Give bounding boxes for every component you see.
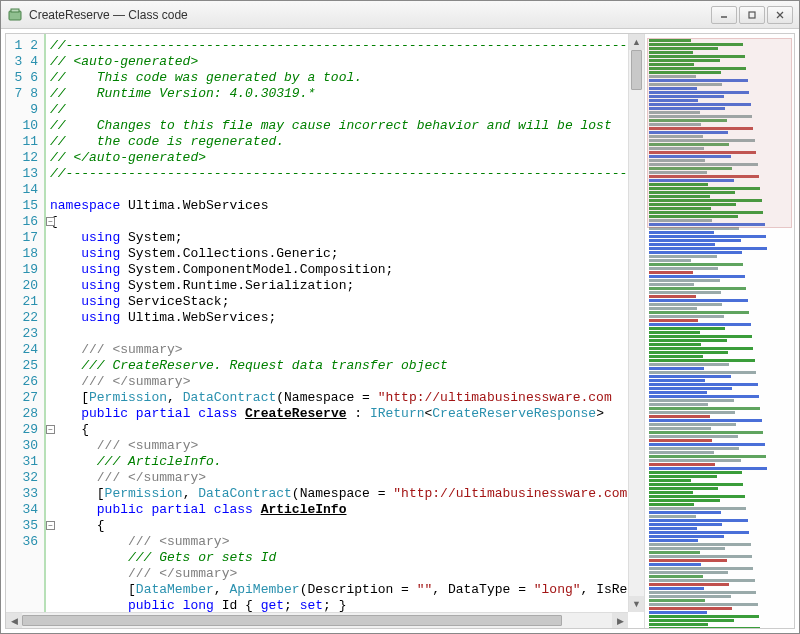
minimap-line bbox=[649, 283, 694, 286]
minimap-line bbox=[649, 543, 751, 546]
minimap-line bbox=[649, 271, 693, 274]
minimap-line bbox=[649, 307, 697, 310]
minimap-line bbox=[649, 251, 742, 254]
minimize-button[interactable] bbox=[711, 6, 737, 24]
minimap-line bbox=[649, 599, 705, 602]
minimap-line bbox=[649, 363, 729, 366]
app-icon bbox=[7, 7, 23, 23]
minimap-line bbox=[649, 327, 725, 330]
minimap-line bbox=[649, 451, 714, 454]
minimap-line bbox=[649, 499, 720, 502]
minimap-line bbox=[649, 463, 715, 466]
minimap-line bbox=[649, 279, 720, 282]
minimap-line bbox=[649, 603, 758, 606]
minimap-line bbox=[649, 483, 743, 486]
minimap-line bbox=[649, 567, 753, 570]
horizontal-scrollbar[interactable]: ◀ ▶ bbox=[6, 612, 628, 628]
minimap-line bbox=[649, 415, 710, 418]
minimap-line bbox=[649, 579, 755, 582]
minimap-line bbox=[649, 367, 704, 370]
minimap-line bbox=[649, 431, 763, 434]
minimap-viewport[interactable] bbox=[647, 38, 792, 228]
minimap-line bbox=[649, 487, 718, 490]
minimap-line bbox=[649, 295, 696, 298]
minimap-line bbox=[649, 291, 721, 294]
minimap-line bbox=[649, 459, 741, 462]
minimap-line bbox=[649, 419, 762, 422]
code-editor[interactable]: //--------------------------------------… bbox=[46, 34, 644, 628]
minimap-line bbox=[649, 267, 718, 270]
minimap-line bbox=[649, 319, 698, 322]
minimap-line bbox=[649, 323, 751, 326]
svg-rect-1 bbox=[11, 9, 19, 12]
minimap-line bbox=[649, 575, 703, 578]
minimap-line bbox=[649, 443, 765, 446]
editor-area: 1 2 3 4 5 6 7 8 9 10 11 12 13 14 15 16 1… bbox=[5, 33, 795, 629]
minimap-line bbox=[649, 423, 736, 426]
minimap-line bbox=[649, 467, 767, 470]
minimap-line bbox=[649, 311, 749, 314]
minimap-line bbox=[649, 379, 705, 382]
minimap-line bbox=[649, 275, 745, 278]
minimap-line bbox=[649, 495, 745, 498]
titlebar: CreateReserve — Class code bbox=[1, 1, 799, 29]
minimap-line bbox=[649, 391, 707, 394]
vertical-scroll-thumb[interactable] bbox=[631, 50, 642, 90]
minimap-line bbox=[649, 511, 721, 514]
minimap-line bbox=[649, 523, 722, 526]
minimap-line bbox=[649, 407, 760, 410]
minimap-line bbox=[649, 239, 741, 242]
minimap-line bbox=[649, 587, 704, 590]
minimap[interactable] bbox=[644, 34, 794, 628]
minimap-line bbox=[649, 427, 711, 430]
minimap-line bbox=[649, 331, 700, 334]
minimap-line bbox=[649, 615, 759, 618]
minimap-line bbox=[649, 627, 760, 628]
fold-toggle[interactable]: − bbox=[46, 217, 55, 226]
minimap-line bbox=[649, 519, 748, 522]
minimap-line bbox=[649, 527, 697, 530]
horizontal-scroll-thumb[interactable] bbox=[22, 615, 562, 626]
minimap-line bbox=[649, 479, 691, 482]
scroll-up-button[interactable]: ▲ bbox=[629, 34, 644, 50]
svg-rect-3 bbox=[749, 12, 755, 18]
minimap-line bbox=[649, 399, 734, 402]
minimap-line bbox=[649, 535, 724, 538]
minimap-line bbox=[649, 515, 696, 518]
minimap-line bbox=[649, 455, 766, 458]
minimap-line bbox=[649, 335, 752, 338]
fold-gutter[interactable]: −−− bbox=[46, 34, 58, 628]
minimap-line bbox=[649, 471, 742, 474]
minimap-line bbox=[649, 555, 752, 558]
minimap-line bbox=[649, 571, 728, 574]
scroll-down-button[interactable]: ▼ bbox=[629, 596, 644, 612]
minimap-line bbox=[649, 339, 727, 342]
minimap-line bbox=[649, 491, 693, 494]
minimap-line bbox=[649, 547, 725, 550]
minimap-line bbox=[649, 247, 767, 250]
minimap-line bbox=[649, 255, 717, 258]
fold-toggle[interactable]: − bbox=[46, 521, 55, 530]
minimap-line bbox=[649, 315, 724, 318]
minimap-line bbox=[649, 559, 727, 562]
window-controls bbox=[711, 6, 793, 24]
minimap-line bbox=[649, 563, 701, 566]
minimap-line bbox=[649, 439, 712, 442]
minimap-line bbox=[649, 591, 756, 594]
window-title: CreateReserve — Class code bbox=[29, 8, 711, 22]
vertical-scrollbar[interactable]: ▲ ▼ bbox=[628, 34, 644, 612]
minimap-line bbox=[649, 395, 759, 398]
minimap-line bbox=[649, 259, 691, 262]
close-button[interactable] bbox=[767, 6, 793, 24]
minimap-line bbox=[649, 231, 714, 234]
scroll-right-button[interactable]: ▶ bbox=[612, 613, 628, 629]
minimap-line bbox=[649, 375, 731, 378]
minimap-line bbox=[649, 263, 743, 266]
line-number-gutter[interactable]: 1 2 3 4 5 6 7 8 9 10 11 12 13 14 15 16 1… bbox=[6, 34, 46, 628]
maximize-button[interactable] bbox=[739, 6, 765, 24]
minimap-line bbox=[649, 595, 731, 598]
minimap-line bbox=[649, 299, 748, 302]
fold-toggle[interactable]: − bbox=[46, 425, 55, 434]
scroll-left-button[interactable]: ◀ bbox=[6, 613, 22, 629]
minimap-line bbox=[649, 343, 701, 346]
